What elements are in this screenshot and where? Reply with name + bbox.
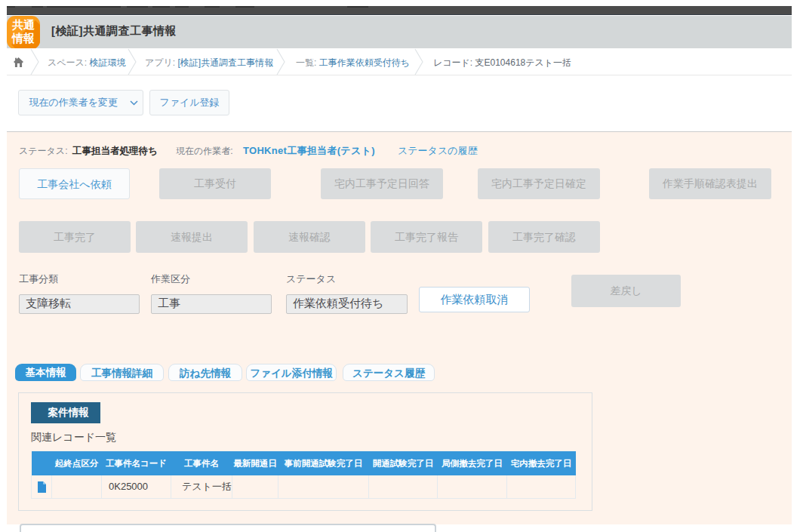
svg-text:情報: 情報	[11, 32, 35, 45]
svg-text:共通: 共通	[12, 18, 35, 31]
